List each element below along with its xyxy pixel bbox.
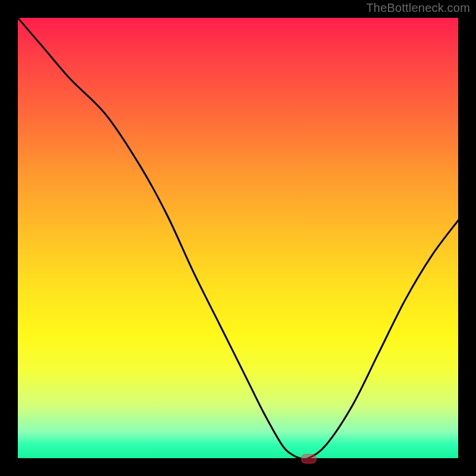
bottleneck-curve	[18, 18, 458, 458]
plot-area	[18, 18, 458, 458]
chart-frame: TheBottleneck.com	[0, 0, 476, 476]
watermark-text: TheBottleneck.com	[366, 1, 470, 15]
